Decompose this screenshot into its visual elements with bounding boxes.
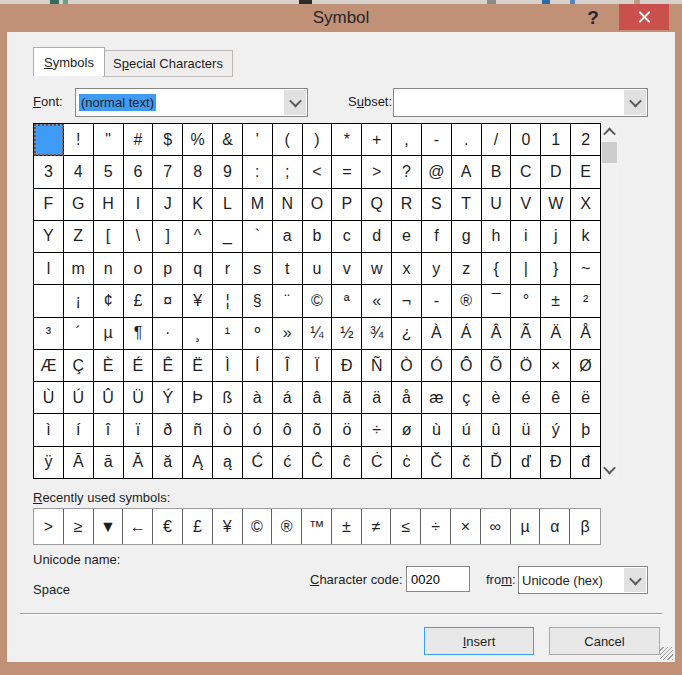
char-cell[interactable]: \ bbox=[124, 221, 154, 253]
recent-symbol-cell[interactable]: ® bbox=[272, 509, 302, 544]
char-cell[interactable]: % bbox=[183, 124, 213, 156]
char-cell[interactable]: ¿ bbox=[392, 318, 422, 350]
char-cell[interactable]: Y bbox=[34, 221, 64, 253]
recent-symbol-cell[interactable]: © bbox=[243, 509, 273, 544]
char-cell[interactable]: ¸ bbox=[183, 318, 213, 350]
char-cell[interactable]: 6 bbox=[124, 156, 154, 188]
char-cell[interactable]: . bbox=[452, 124, 482, 156]
subset-combobox-dropdown-button[interactable] bbox=[624, 90, 646, 115]
char-cell[interactable]: ° bbox=[511, 285, 541, 317]
char-cell[interactable]: * bbox=[332, 124, 362, 156]
char-cell[interactable]: ¦ bbox=[213, 285, 243, 317]
character-grid-scrollbar[interactable] bbox=[601, 123, 618, 479]
char-cell[interactable]: ó bbox=[243, 414, 273, 446]
char-cell[interactable]: È bbox=[94, 350, 124, 382]
font-combobox-dropdown-button[interactable] bbox=[284, 90, 306, 115]
char-cell[interactable]: ± bbox=[541, 285, 571, 317]
char-cell[interactable]: ć bbox=[273, 447, 303, 479]
char-cell[interactable]: ÷ bbox=[362, 414, 392, 446]
char-cell[interactable]: Ã bbox=[511, 318, 541, 350]
char-cell[interactable]: æ bbox=[422, 382, 452, 414]
char-cell[interactable]: Ď bbox=[482, 447, 512, 479]
char-cell[interactable]: Å bbox=[571, 318, 601, 350]
char-cell[interactable]: Č bbox=[422, 447, 452, 479]
char-cell[interactable]: y bbox=[422, 253, 452, 285]
char-cell[interactable]: ² bbox=[571, 285, 601, 317]
char-cell[interactable] bbox=[34, 124, 64, 156]
char-cell[interactable]: m bbox=[64, 253, 94, 285]
help-button[interactable]: ? bbox=[576, 6, 610, 30]
recent-symbol-cell[interactable]: £ bbox=[183, 509, 213, 544]
recent-symbol-cell[interactable]: ▼ bbox=[94, 509, 124, 544]
char-cell[interactable]: ç bbox=[452, 382, 482, 414]
char-cell[interactable]: c bbox=[332, 221, 362, 253]
from-combobox-dropdown-button[interactable] bbox=[624, 568, 646, 592]
char-cell[interactable]: Ï bbox=[303, 350, 333, 382]
char-cell[interactable]: ë bbox=[571, 382, 601, 414]
char-cell[interactable]: ö bbox=[332, 414, 362, 446]
char-cell[interactable]: ĉ bbox=[332, 447, 362, 479]
char-cell[interactable]: ! bbox=[64, 124, 94, 156]
char-cell[interactable]: Đ bbox=[541, 447, 571, 479]
char-cell[interactable]: [ bbox=[94, 221, 124, 253]
char-cell[interactable]: ô bbox=[273, 414, 303, 446]
char-cell[interactable]: ê bbox=[541, 382, 571, 414]
char-cell[interactable]: F bbox=[34, 189, 64, 221]
char-cell[interactable]: ^ bbox=[183, 221, 213, 253]
char-cell[interactable]: a bbox=[273, 221, 303, 253]
char-cell[interactable]: è bbox=[482, 382, 512, 414]
char-cell[interactable]: S bbox=[422, 189, 452, 221]
char-cell[interactable]: 5 bbox=[94, 156, 124, 188]
recent-symbol-cell[interactable]: ÷ bbox=[421, 509, 451, 544]
char-cell[interactable]: « bbox=[362, 285, 392, 317]
char-cell[interactable]: 4 bbox=[64, 156, 94, 188]
recent-symbol-cell[interactable]: × bbox=[451, 509, 481, 544]
char-cell[interactable]: Ā bbox=[64, 447, 94, 479]
char-cell[interactable]: X bbox=[571, 189, 601, 221]
char-cell[interactable]: : bbox=[243, 156, 273, 188]
recent-symbol-cell[interactable]: ← bbox=[123, 509, 153, 544]
char-cell[interactable]: ³ bbox=[34, 318, 64, 350]
char-cell[interactable]: Ì bbox=[213, 350, 243, 382]
char-cell[interactable]: H bbox=[94, 189, 124, 221]
char-cell[interactable]: g bbox=[452, 221, 482, 253]
char-cell[interactable]: Õ bbox=[482, 350, 512, 382]
recent-symbol-cell[interactable]: β bbox=[570, 509, 600, 544]
char-cell[interactable]: - bbox=[422, 124, 452, 156]
char-cell[interactable]: ä bbox=[362, 382, 392, 414]
char-cell[interactable]: Ċ bbox=[362, 447, 392, 479]
char-cell[interactable]: @ bbox=[422, 156, 452, 188]
char-cell[interactable]: é bbox=[511, 382, 541, 414]
char-cell[interactable]: 2 bbox=[571, 124, 601, 156]
recent-symbol-cell[interactable]: > bbox=[34, 509, 64, 544]
char-cell[interactable]: 8 bbox=[183, 156, 213, 188]
char-cell[interactable]: ½ bbox=[332, 318, 362, 350]
char-cell[interactable]: £ bbox=[124, 285, 154, 317]
char-cell[interactable]: Ü bbox=[124, 382, 154, 414]
char-cell[interactable]: / bbox=[482, 124, 512, 156]
char-cell[interactable]: 7 bbox=[153, 156, 183, 188]
char-cell[interactable]: < bbox=[303, 156, 333, 188]
char-cell[interactable]: b bbox=[303, 221, 333, 253]
char-cell[interactable]: û bbox=[482, 414, 512, 446]
char-cell[interactable]: ? bbox=[392, 156, 422, 188]
char-cell[interactable] bbox=[34, 285, 64, 317]
char-cell[interactable]: + bbox=[362, 124, 392, 156]
char-cell[interactable]: í bbox=[64, 414, 94, 446]
char-cell[interactable]: Ý bbox=[153, 382, 183, 414]
char-cell[interactable]: L bbox=[213, 189, 243, 221]
char-cell[interactable]: Ò bbox=[392, 350, 422, 382]
char-cell[interactable]: ` bbox=[243, 221, 273, 253]
char-cell[interactable]: ú bbox=[452, 414, 482, 446]
char-cell[interactable]: ò bbox=[213, 414, 243, 446]
recent-symbol-cell[interactable]: µ bbox=[511, 509, 541, 544]
char-cell[interactable]: Ñ bbox=[362, 350, 392, 382]
char-cell[interactable]: ì bbox=[34, 414, 64, 446]
char-cell[interactable]: = bbox=[332, 156, 362, 188]
char-cell[interactable]: À bbox=[422, 318, 452, 350]
char-cell[interactable]: x bbox=[392, 253, 422, 285]
char-cell[interactable]: É bbox=[124, 350, 154, 382]
from-combobox[interactable]: Unicode (hex) bbox=[518, 566, 648, 594]
char-cell[interactable]: J bbox=[153, 189, 183, 221]
scrollbar-up-button[interactable] bbox=[601, 124, 618, 141]
